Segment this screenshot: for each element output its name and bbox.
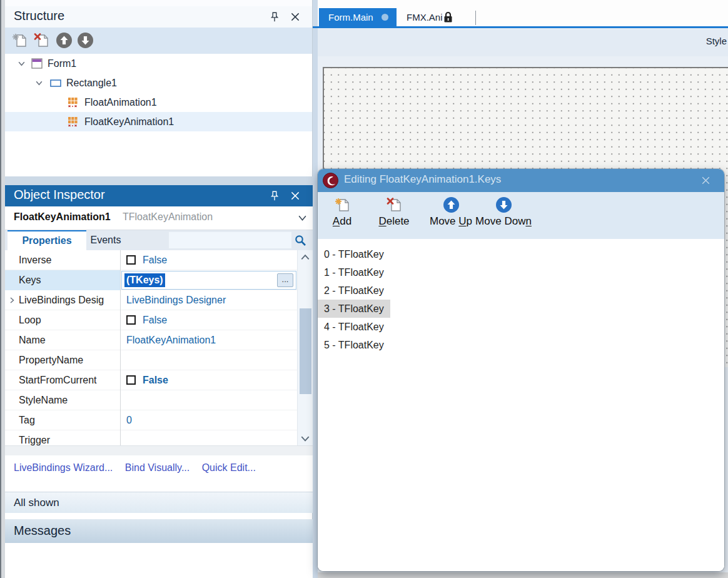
livebindings-links-row: LiveBindings Wizard... Bind Visually... … (5, 455, 313, 492)
list-item[interactable]: 5 - TFloatKey (318, 336, 724, 354)
property-value[interactable]: False (143, 375, 168, 385)
list-item-selected[interactable]: 3 - TFloatKey (318, 300, 724, 318)
instance-name: FloatKeyAnimation1 (14, 211, 111, 223)
delete-button[interactable]: Delete (373, 196, 415, 235)
close-icon[interactable] (290, 190, 301, 201)
checkbox[interactable] (126, 255, 136, 265)
property-value[interactable]: False (143, 315, 167, 325)
instance-type: TFloatKeyAnimation (123, 211, 213, 223)
property-row-trigger[interactable]: Trigger (5, 430, 313, 445)
bind-visually-link[interactable]: Bind Visually... (125, 462, 190, 473)
property-row-name[interactable]: Name FloatKeyAnimation1 (5, 330, 313, 350)
bottom-strip (318, 572, 728, 578)
rectangle-icon (50, 79, 61, 87)
tab-separator (475, 11, 476, 25)
property-row-stylename[interactable]: StyleName (5, 390, 313, 410)
search-icon[interactable] (294, 234, 307, 247)
messages-panel-content (5, 543, 313, 578)
scroll-up-icon[interactable] (300, 253, 310, 261)
property-value[interactable]: 0 (121, 410, 296, 430)
property-row-startfromcurrent[interactable]: StartFromCurrent False (5, 370, 313, 390)
button-label: n (525, 215, 531, 227)
property-search-input[interactable] (169, 232, 291, 248)
tab-events[interactable]: Events (86, 230, 125, 250)
chevron-down-icon[interactable] (18, 59, 26, 68)
keys-list: 0 - TFloatKey 1 - TFloatKey 2 - TFloatKe… (318, 239, 724, 571)
livebindings-wizard-link[interactable]: LiveBindings Wizard... (14, 462, 113, 473)
tree-item-form1[interactable]: Form1 (5, 54, 312, 73)
quick-edit-link[interactable]: Quick Edit... (202, 462, 256, 473)
list-item[interactable]: 2 - TFloatKey (318, 281, 724, 300)
checkbox[interactable] (126, 375, 136, 385)
list-item[interactable]: 4 - TFloatKey (318, 318, 724, 336)
add-button[interactable]: Add (323, 196, 361, 235)
tab-form-main[interactable]: Form.Main (319, 8, 397, 26)
property-row-tag[interactable]: Tag 0 (5, 410, 313, 430)
dialog-toolbar: Add Delete Move Up Move Down (318, 192, 724, 239)
property-value[interactable] (121, 430, 296, 445)
scrollbar-thumb[interactable] (300, 308, 311, 394)
move-down-button[interactable]: Move Down (472, 196, 535, 235)
property-value-selected[interactable]: (TKeys) (124, 273, 165, 287)
close-icon[interactable] (290, 11, 301, 23)
dialog-title-bar[interactable]: Editing FloatKeyAnimation1.Keys (318, 169, 724, 192)
button-label: D (378, 215, 386, 227)
property-value[interactable]: FloatKeyAnimation1 (121, 330, 296, 350)
property-label: Trigger (5, 430, 121, 445)
add-item-icon[interactable] (11, 32, 28, 49)
messages-panel-header[interactable]: Messages (5, 519, 313, 543)
pin-icon[interactable] (269, 190, 280, 201)
designer-toolbar: Style (318, 28, 728, 56)
pin-icon[interactable] (269, 11, 280, 23)
property-label: Inverse (5, 250, 121, 270)
list-item[interactable]: 0 - TFloatKey (318, 245, 724, 263)
move-up-button[interactable]: Move Up (426, 196, 476, 235)
checkbox[interactable] (126, 315, 136, 325)
property-row-livebindings[interactable]: LiveBindings Desig LiveBindings Designer (5, 290, 313, 310)
chevron-down-icon[interactable] (298, 214, 307, 222)
property-label: Name (5, 330, 121, 350)
structure-panel-title: Structure (14, 9, 64, 23)
property-value[interactable] (121, 350, 296, 370)
style-selector-label[interactable]: Style (706, 36, 727, 46)
scroll-down-icon[interactable] (300, 435, 310, 442)
panel-gap (5, 445, 313, 455)
button-label: A (333, 215, 340, 227)
dock-splitter[interactable] (313, 0, 318, 578)
object-inspector-title-bar: Object Inspector (5, 185, 313, 206)
property-row-loop[interactable]: Loop False (5, 310, 313, 330)
tree-item-floatanimation1[interactable]: FloatAnimation1 (5, 93, 312, 112)
property-value[interactable]: LiveBindings Designer (121, 290, 296, 310)
property-grid: Inverse False Keys (TKeys) ... LiveBindi… (5, 250, 313, 445)
tree-item-floatkeyanimation1[interactable]: FloatKeyAnimation1 (5, 112, 312, 131)
property-row-keys[interactable]: Keys (TKeys) ... (5, 270, 313, 290)
object-inspector-panel: Object Inspector FloatKeyAnimation1 TFlo… (5, 185, 313, 445)
instance-selector[interactable]: FloatKeyAnimation1 TFloatKeyAnimation (5, 206, 313, 230)
tab-fmx-ani[interactable]: FMX.Ani (397, 8, 473, 26)
property-value[interactable]: False (143, 255, 167, 265)
structure-toolbar (5, 28, 312, 54)
property-row-inverse[interactable]: Inverse False (5, 250, 313, 270)
property-label: Tag (5, 410, 121, 430)
chevron-down-icon[interactable] (35, 79, 43, 87)
tree-item-rectangle1[interactable]: Rectangle1 (5, 73, 312, 93)
keys-value-editor[interactable]: (TKeys) ... (121, 271, 296, 290)
modified-dot-icon (382, 14, 388, 21)
delete-item-icon[interactable] (33, 32, 50, 49)
animation-icon (68, 116, 78, 127)
property-label: StartFromCurrent (5, 370, 121, 390)
move-down-icon[interactable] (77, 32, 94, 49)
panel-gap (5, 176, 313, 185)
lock-icon (443, 11, 453, 23)
list-item[interactable]: 1 - TFloatKey (318, 263, 724, 281)
property-row-propertyname[interactable]: PropertyName (5, 350, 313, 370)
ellipsis-button[interactable]: ... (277, 273, 293, 287)
animation-icon (68, 97, 78, 108)
app-logo-icon (323, 173, 338, 188)
tab-properties[interactable]: Properties (8, 230, 86, 250)
scrollbar[interactable] (297, 250, 313, 445)
close-icon[interactable] (700, 175, 711, 186)
property-value[interactable] (121, 390, 296, 410)
move-up-icon[interactable] (56, 32, 73, 49)
keys-editor-dialog: Editing FloatKeyAnimation1.Keys Add (318, 169, 724, 571)
